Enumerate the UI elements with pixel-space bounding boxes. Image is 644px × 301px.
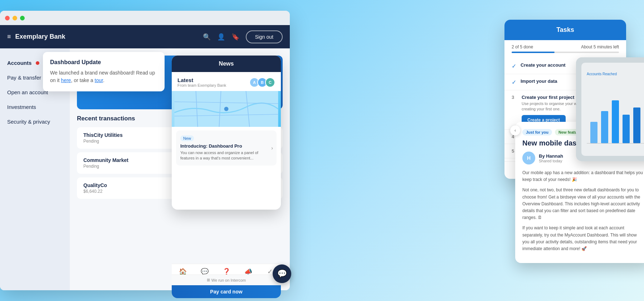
- tasks-progress-done: 2 of 5 done: [512, 44, 533, 49]
- tasks-header: Tasks: [504, 20, 626, 40]
- feature-tag-personal: Just for you: [522, 129, 552, 135]
- intercom-bar: ⊞ We run on Intercom: [172, 274, 281, 285]
- tooltip-body: We launched a brand new dashboard! Read …: [50, 69, 157, 84]
- news-card-item[interactable]: New Introducing: Dashboard Pro You can n…: [176, 130, 277, 166]
- transaction-sub-3: $6,640.22: [83, 189, 107, 194]
- sign-out-button[interactable]: Sign out: [246, 30, 283, 43]
- news-item-tag: New: [180, 135, 194, 141]
- sidebar-investments-label: Investments: [7, 104, 36, 110]
- close-dot[interactable]: [5, 16, 10, 20]
- transaction-name-3: QualityCo: [83, 182, 107, 188]
- task-check-icon-2: ✓: [512, 79, 516, 86]
- progress-bar-background: [512, 52, 619, 53]
- tooltip-title: Dashboard Update: [50, 59, 157, 66]
- feature-card-back-button[interactable]: ‹: [510, 125, 520, 135]
- tooltip-text-middle: , or take a: [71, 77, 94, 83]
- task-check-icon-1: ✓: [512, 63, 516, 70]
- profile-icon[interactable]: 👤: [217, 33, 225, 41]
- hamburger-icon[interactable]: ≡: [7, 33, 11, 40]
- map-svg: [172, 91, 281, 127]
- sidebar-pay-transfer-label: Pay & transfer: [7, 75, 41, 81]
- news-latest-section: Latest From team Exemplary Bank A B C: [172, 72, 281, 91]
- intercom-grid-icon: ⊞: [207, 278, 210, 282]
- search-icon[interactable]: 🔍: [203, 33, 211, 41]
- chat-bubble-button[interactable]: 💬: [273, 264, 291, 283]
- svg-rect-10: [633, 108, 640, 143]
- transaction-sub-1: Pending: [83, 139, 123, 144]
- news-item-title: Introducing: Dashboard Pro: [180, 143, 272, 149]
- svg-point-3: [224, 107, 229, 111]
- minimize-dot[interactable]: [13, 16, 17, 20]
- dashboard-update-tooltip: Dashboard Update We launched a brand new…: [43, 52, 165, 91]
- transaction-name-1: ThisCity Utilities: [83, 132, 123, 138]
- news-latest-label: Latest: [177, 77, 226, 83]
- window-controls: [0, 11, 290, 25]
- accounts-notification-dot: [36, 61, 39, 65]
- news-panel: News Latest From team Exemplary Bank A B…: [172, 56, 281, 210]
- feature-text-1: Our mobile app has a new addition: a das…: [522, 169, 644, 183]
- svg-rect-6: [590, 122, 597, 143]
- news-map-image: [172, 91, 281, 127]
- svg-rect-7: [601, 111, 608, 143]
- sidebar-item-security[interactable]: Security & privacy: [0, 114, 70, 129]
- top-nav: ≡ Exemplary Bank 🔍 👤 🔖 Sign out: [0, 25, 290, 48]
- svg-text:Accounts Reached: Accounts Reached: [587, 72, 617, 76]
- intercom-text: We run on Intercom: [211, 278, 246, 282]
- sidebar-open-account-label: Open an account: [7, 89, 48, 95]
- tooltip-text-after: .: [103, 77, 104, 83]
- sidebar-accounts-label: Accounts: [7, 60, 31, 66]
- svg-rect-9: [623, 115, 630, 143]
- tooltip-link-here[interactable]: here: [61, 77, 71, 83]
- maximize-dot[interactable]: [20, 16, 25, 20]
- task-number-3: 3: [512, 95, 517, 100]
- author-name: By Hannah: [539, 153, 563, 159]
- svg-rect-8: [612, 100, 619, 143]
- news-latest-sub: From team Exemplary Bank: [177, 83, 226, 87]
- feature-text-2: Not one, not two, but three new default …: [522, 187, 644, 221]
- avatar-3: C: [265, 77, 275, 87]
- sidebar-security-label: Security & privacy: [7, 119, 50, 125]
- feature-text-3: If you want to keep it simple and look a…: [522, 225, 644, 252]
- nav-icons: 🔍 👤 🔖 Sign out: [203, 30, 283, 43]
- news-team-avatars: A B C: [249, 77, 275, 87]
- transaction-name-2: Community Market: [83, 157, 128, 163]
- tasks-progress-section: 2 of 5 done About 5 minutes left: [504, 40, 626, 55]
- pay-card-button[interactable]: Pay card now: [172, 285, 281, 298]
- tooltip-link-tour[interactable]: tour: [95, 77, 103, 83]
- feature-card: Accounts Reached ‹ › Just for you New fe…: [515, 122, 644, 263]
- tasks-progress-time: About 5 minutes left: [581, 44, 619, 49]
- news-panel-header: News: [172, 56, 281, 72]
- brand-title: Exemplary Bank: [15, 33, 199, 40]
- news-item-arrow-icon: ›: [271, 145, 273, 151]
- task-title-2: Import your data: [521, 78, 557, 84]
- phone-mockup-svg: Accounts Reached: [576, 57, 644, 161]
- transaction-sub-2: Pending: [83, 164, 128, 169]
- phone-image: Accounts Reached: [576, 57, 644, 161]
- bookmark-icon[interactable]: 🔖: [231, 33, 239, 41]
- news-item-text: You can now access and organize a panel …: [180, 150, 272, 161]
- sidebar-item-investments[interactable]: Investments: [0, 100, 70, 114]
- author-date: Shared today: [539, 159, 563, 163]
- progress-bar-fill: [512, 52, 555, 53]
- task-title-1: Create your account: [521, 62, 566, 68]
- author-avatar: H: [522, 152, 535, 164]
